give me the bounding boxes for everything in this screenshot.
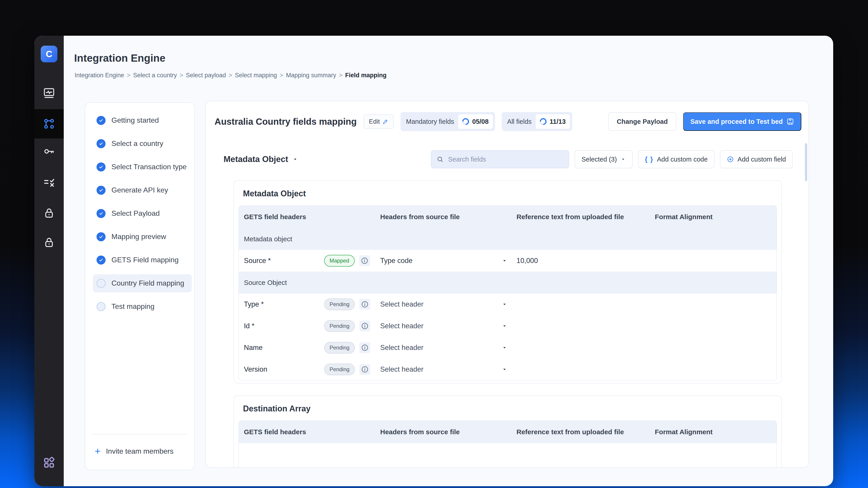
search-icon xyxy=(436,156,444,163)
status-badge: Pending xyxy=(324,363,355,375)
divider xyxy=(93,434,187,434)
change-payload-button[interactable]: Change Payload xyxy=(608,112,677,131)
step-generate-api-key[interactable]: Generate API key xyxy=(85,178,194,202)
list-check-icon[interactable] xyxy=(34,170,64,196)
chevron-down-icon xyxy=(620,157,626,162)
step-getting-started[interactable]: Getting started xyxy=(85,109,194,132)
field-row: Version Pending Select header xyxy=(239,359,776,380)
breadcrumb-separator: > xyxy=(339,72,342,79)
step-mapping-preview[interactable]: Mapping preview xyxy=(85,225,194,248)
chevron-down-icon xyxy=(502,323,507,329)
breadcrumb-item[interactable]: Integration Engine xyxy=(74,72,124,79)
selected-filter-dropdown[interactable]: Selected (3) xyxy=(575,150,632,168)
field-label: Type * xyxy=(244,300,324,308)
mapping-title: Australia Country fields mapping xyxy=(215,117,357,127)
info-icon[interactable] xyxy=(360,321,370,331)
breadcrumb-current: Field mapping xyxy=(345,72,386,79)
check-circle-icon xyxy=(96,232,105,241)
add-custom-field-button[interactable]: Add custom field xyxy=(720,150,793,168)
info-icon[interactable] xyxy=(360,299,370,310)
field-row xyxy=(239,443,776,468)
breadcrumb-item[interactable]: Select payload xyxy=(186,72,226,79)
lock-icon[interactable] xyxy=(34,200,64,226)
column-header: GETS field headers xyxy=(239,213,380,221)
plus-circle-icon xyxy=(727,156,734,163)
header-select-dropdown[interactable]: Select header xyxy=(380,365,517,373)
metadata-object-section: Metadata Object GETS field headers Heade… xyxy=(234,180,782,383)
edit-button[interactable]: Edit xyxy=(364,114,394,129)
page-title: Integration Engine xyxy=(74,52,165,64)
breadcrumb: Integration Engine > Select a country > … xyxy=(74,72,386,79)
brand-avatar[interactable]: C xyxy=(41,46,57,62)
column-header: Reference text from uploaded file xyxy=(517,428,655,436)
monitor-pulse-icon[interactable] xyxy=(34,80,64,106)
step-country-field-mapping[interactable]: Country Field mapping xyxy=(85,271,194,295)
invite-team-members-button[interactable]: + Invite team members xyxy=(92,446,188,456)
apps-grid-icon[interactable] xyxy=(34,450,64,475)
chevron-down-icon xyxy=(502,301,507,307)
check-circle-icon xyxy=(96,186,105,195)
header-select-dropdown[interactable]: Select header xyxy=(380,322,517,330)
group-row: Metadata object xyxy=(239,228,776,250)
check-circle-icon xyxy=(96,162,105,171)
search-field[interactable] xyxy=(431,150,569,168)
mapping-table: GETS field headers Headers from source f… xyxy=(239,420,777,468)
section-title: Metadata Object xyxy=(243,189,781,198)
all-fields-count: 11/13 xyxy=(550,118,566,125)
destination-array-section: Destination Array GETS field headers Hea… xyxy=(234,395,782,468)
column-header: Reference text from uploaded file xyxy=(517,213,655,221)
column-header: Headers from source file xyxy=(380,428,517,436)
mandatory-fields-progress: Mandatory fields 05/08 xyxy=(401,112,495,131)
step-select-country[interactable]: Select a country xyxy=(85,132,194,155)
plus-icon: + xyxy=(95,446,101,456)
check-circle-icon xyxy=(96,256,105,265)
info-icon[interactable] xyxy=(360,342,370,353)
stepper-panel: Getting started Select a country Select … xyxy=(85,102,195,470)
step-gets-field-mapping[interactable]: GETS Field mapping xyxy=(85,248,194,271)
check-circle-icon xyxy=(96,209,105,218)
field-row: Name Pending Select header xyxy=(239,337,776,359)
save-proceed-button[interactable]: Save and proceed to Test bed xyxy=(683,112,801,131)
column-header: Format Alignment xyxy=(655,428,776,436)
api-key-icon[interactable] xyxy=(34,139,64,164)
radio-circle-icon xyxy=(96,302,105,311)
reference-value: 10,000 xyxy=(517,257,655,265)
step-test-mapping[interactable]: Test mapping xyxy=(85,295,194,318)
lock-icon[interactable] xyxy=(34,230,64,255)
flow-mapping-icon[interactable] xyxy=(34,109,64,138)
step-select-transaction-type[interactable]: Select Transaction type xyxy=(85,155,194,178)
mapping-table: GETS field headers Headers from source f… xyxy=(239,205,777,381)
breadcrumb-item[interactable]: Select a country xyxy=(133,72,177,79)
info-icon[interactable] xyxy=(359,255,370,266)
field-row: Source * Mapped Type code 10,000 xyxy=(239,250,776,271)
search-input[interactable] xyxy=(447,156,564,163)
add-custom-code-button[interactable]: { } Add custom code xyxy=(638,150,715,168)
info-icon[interactable] xyxy=(360,364,370,375)
check-circle-icon xyxy=(96,139,105,148)
breadcrumb-item[interactable]: Mapping summary xyxy=(286,72,336,79)
field-label: Name xyxy=(244,344,324,352)
field-row: Id * Pending Select header xyxy=(239,315,776,337)
table-toolbar: Metadata Object Selected (3) { } Add cus… xyxy=(223,150,793,168)
field-label: Id * xyxy=(244,322,324,330)
mapping-header: Australia Country fields mapping Edit Ma… xyxy=(215,112,801,131)
braces-icon: { } xyxy=(645,156,653,163)
breadcrumb-separator: > xyxy=(228,72,232,79)
section-select-dropdown[interactable]: Metadata Object xyxy=(223,155,298,164)
step-select-payload[interactable]: Select Payload xyxy=(85,202,194,225)
column-header: Headers from source file xyxy=(380,213,517,221)
app-window: C xyxy=(34,36,833,486)
header-select-dropdown[interactable]: Select header xyxy=(380,300,517,308)
column-header: GETS field headers xyxy=(239,428,380,436)
breadcrumb-item[interactable]: Select mapping xyxy=(235,72,277,79)
field-row: Type * Pending Select header xyxy=(239,293,776,315)
vertical-scrollbar-thumb[interactable] xyxy=(805,143,807,181)
header-select-dropdown[interactable]: Type code xyxy=(380,257,517,265)
group-row: Source Object xyxy=(239,271,776,293)
breadcrumb-separator: > xyxy=(280,72,283,79)
chevron-down-icon xyxy=(502,345,507,351)
progress-spinner-icon xyxy=(461,117,470,126)
header-select-dropdown[interactable]: Select header xyxy=(380,344,517,352)
breadcrumb-separator: > xyxy=(180,72,183,79)
chevron-down-icon xyxy=(502,258,507,264)
